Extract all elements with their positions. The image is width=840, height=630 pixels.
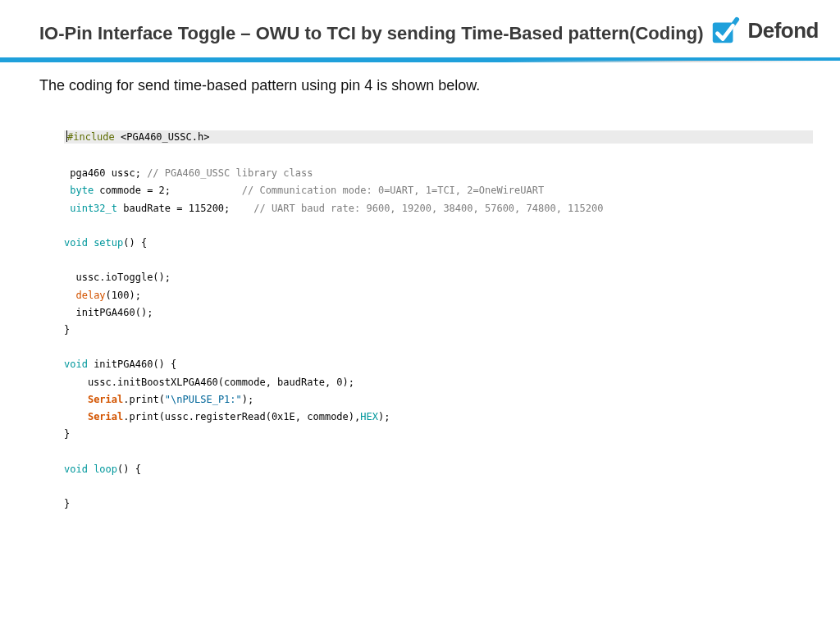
code-line-include: #include <PGA460_USSC.h>	[64, 130, 813, 144]
brand-logo: Defond	[710, 15, 819, 46]
blank-line	[64, 252, 814, 269]
header-underline	[0, 57, 840, 62]
code-line: void initPGA460() {	[64, 356, 814, 373]
code-line: }	[64, 426, 814, 443]
defond-check-icon	[710, 15, 741, 46]
code-line: delay(100);	[64, 287, 814, 304]
blank-line	[64, 443, 814, 460]
code-line: byte commode = 2; // Communication mode:…	[64, 182, 814, 199]
code-line: pga460 ussc; // PGA460_USSC library clas…	[64, 165, 814, 182]
code-line: uint32_t baudRate = 115200; // UART baud…	[64, 200, 814, 217]
blank-line	[64, 339, 814, 356]
code-line: }	[64, 495, 814, 513]
page-title: IO-Pin Interface Toggle – OWU to TCI by …	[39, 23, 704, 44]
blank-line	[64, 478, 814, 495]
code-line: void loop() {	[64, 461, 814, 478]
code-line: ussc.ioToggle();	[64, 269, 814, 286]
code-line: initPGA460();	[64, 304, 814, 322]
code-line: ussc.initBoostXLPGA460(commode, baudRate…	[64, 374, 814, 391]
code-line: }	[64, 322, 814, 339]
code-line: void setup() {	[64, 235, 814, 252]
code-block: #include <PGA460_USSC.h> pga460 ussc; //…	[64, 130, 814, 513]
code-line: Serial.print(ussc.registerRead(0x1E, com…	[64, 409, 814, 426]
slide-header: IO-Pin Interface Toggle – OWU to TCI by …	[0, 0, 840, 61]
brand-name: Defond	[747, 18, 819, 43]
blank-line	[64, 148, 814, 165]
intro-text: The coding for send time-based pattern u…	[39, 77, 480, 94]
blank-line	[64, 217, 814, 235]
code-line: Serial.print("\nPULSE_P1:");	[64, 391, 814, 409]
